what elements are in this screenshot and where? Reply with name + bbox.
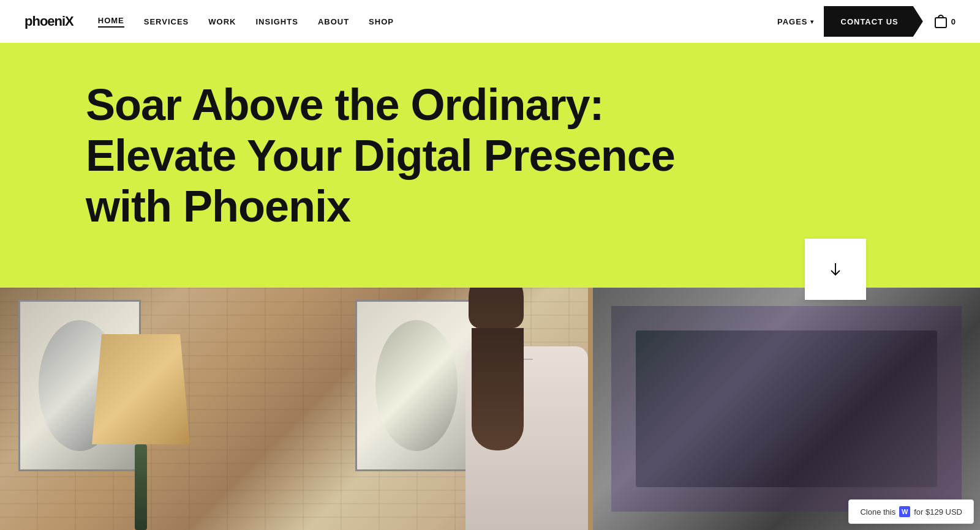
- lamp-decoration: [92, 334, 202, 530]
- nav-home[interactable]: HOME: [98, 16, 124, 28]
- cart-icon[interactable]: 0: [933, 14, 956, 29]
- hero-image: [0, 288, 980, 530]
- svg-rect-0: [935, 18, 946, 28]
- nav-shop[interactable]: SHOP: [369, 17, 394, 26]
- pages-label: PAGES: [777, 17, 808, 26]
- person-hair: [469, 288, 524, 328]
- arrow-down-icon: [827, 261, 844, 278]
- hero-headline: Soar Above the Ordinary: Elevate Your Di…: [86, 80, 760, 231]
- logo[interactable]: phoeniX: [24, 13, 74, 29]
- nav-about[interactable]: ABOUT: [318, 17, 349, 26]
- painting-right-inner: [611, 306, 962, 512]
- pages-dropdown[interactable]: PAGES ▾: [777, 17, 814, 26]
- nav-work[interactable]: WORK: [208, 17, 236, 26]
- webflow-logo: W: [899, 506, 910, 517]
- contact-button[interactable]: Contact us: [824, 6, 923, 37]
- nav-services[interactable]: SERVICES: [144, 17, 189, 26]
- clone-widget[interactable]: Clone this W for $129 USD: [848, 499, 974, 524]
- scroll-down-button[interactable]: [805, 239, 866, 300]
- shopping-bag-icon: [933, 14, 949, 29]
- nav-insights[interactable]: INSIGHTS: [255, 17, 298, 26]
- lamp-shade: [92, 334, 190, 444]
- navbar: phoeniX HOME SERVICES WORK INSIGHTS ABOU…: [0, 0, 980, 43]
- chevron-down-icon: ▾: [810, 18, 814, 25]
- painting-right: [588, 288, 980, 530]
- nav-right: PAGES ▾ Contact us 0: [777, 6, 956, 37]
- cart-count: 0: [951, 17, 956, 26]
- lamp-base: [135, 444, 147, 530]
- nav-links: HOME SERVICES WORK INSIGHTS ABOUT SHOP: [98, 16, 777, 28]
- clone-prefix: Clone this: [860, 507, 895, 517]
- clone-suffix: for $129 USD: [914, 507, 962, 517]
- hero-image-bg: [0, 288, 980, 530]
